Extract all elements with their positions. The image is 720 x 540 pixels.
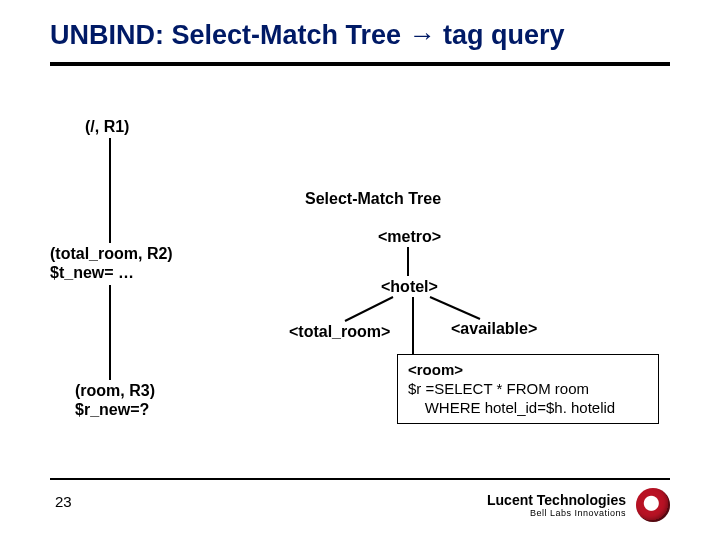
- title-part1: UNBIND: Select-Match Tree: [50, 20, 409, 50]
- node-room-l1: (room, R3): [75, 382, 155, 400]
- node-available: <available>: [451, 320, 537, 338]
- arrow-icon: →: [409, 20, 436, 50]
- node-room-l2: $r_new=?: [75, 401, 149, 419]
- title-underline: [50, 62, 670, 70]
- slide-title: UNBIND: Select-Match Tree → tag query: [50, 20, 565, 51]
- footer-rule: [50, 478, 670, 480]
- room-query-box: <room> $r =SELECT * FROM room WHERE hote…: [397, 354, 659, 424]
- room-tag: <room>: [408, 361, 648, 380]
- room-sql-l2: WHERE hotel_id=$h. hotelid: [408, 399, 648, 418]
- node-root: (/, R1): [85, 118, 129, 136]
- ring-icon: [636, 488, 670, 522]
- room-sql-l1: $r =SELECT * FROM room: [408, 380, 648, 399]
- right-tree-title: Select-Match Tree: [305, 190, 441, 208]
- node-total-room-l1: (total_room, R2): [50, 245, 173, 263]
- title-part2: tag query: [436, 20, 565, 50]
- node-totalroom: <total_room>: [289, 323, 390, 341]
- svg-line-5: [430, 297, 480, 319]
- node-metro: <metro>: [378, 228, 441, 246]
- lucent-logo: Lucent Technologies Bell Labs Innovation…: [487, 488, 670, 522]
- logo-text-l1: Lucent Technologies: [487, 492, 626, 508]
- page-number: 23: [55, 493, 72, 510]
- node-total-room-l2: $t_new= …: [50, 264, 134, 282]
- node-hotel: <hotel>: [381, 278, 438, 296]
- logo-text-l2: Bell Labs Innovations: [487, 508, 626, 518]
- svg-line-3: [345, 297, 393, 321]
